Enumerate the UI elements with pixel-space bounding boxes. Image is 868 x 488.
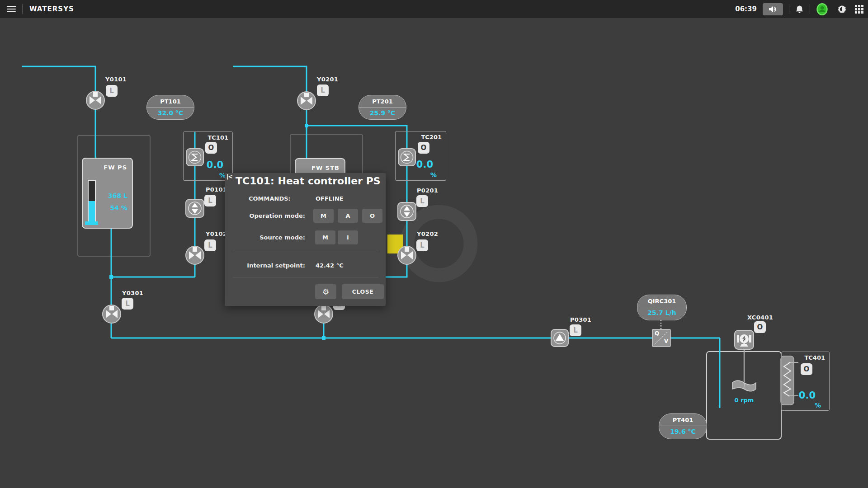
dialog-source-mode-label: Source mode: [225,234,305,241]
tc401-o-button[interactable]: O [801,363,812,375]
tc201-label: TC201 [421,134,442,141]
dialog-divider-bottom [233,277,378,277]
p0101-label: P0101 [206,186,227,193]
y0102-valve-icon[interactable] [186,246,204,264]
tc101-faceplate-dialog: |< TC101: Heat controller PS COMMANDS: O… [225,173,386,306]
y0201-l-button[interactable]: L [317,84,329,96]
gear-icon: ⚙ [322,287,329,296]
p0201-pump-icon[interactable] [398,202,416,221]
y0102-label: Y0102 [206,230,227,237]
qirc301-value: 25.7 L/h [637,307,686,319]
p0201-label: P0201 [417,187,438,194]
dialog-collapse-icon[interactable]: |< [226,174,232,180]
tc401-output-unit: % [815,402,821,409]
y0202-l-button[interactable]: L [416,239,428,251]
tc201-output-unit: % [430,171,437,178]
pt201-value: 25.9 °C [359,108,406,119]
operation-mode-m-button[interactable]: M [313,209,334,223]
theme-contrast-icon[interactable] [837,5,847,14]
tc201-output-value: 0.0 [416,159,433,170]
y0102-l-button[interactable]: L [204,239,216,251]
notifications-bell-icon[interactable] [795,5,804,14]
app-grid-icon[interactable] [855,5,863,14]
top-bar: WATERSYS 06:39 [0,0,868,18]
tc401-controller-block[interactable]: TC401 O 0.0 % [781,352,830,411]
y0101-l-button[interactable]: L [106,85,118,97]
pt201-indicator[interactable]: PT201 25.9 °C [359,95,406,120]
tc101-output-value: 0.0 [207,160,223,170]
flow-sensor-q-label: Q [655,330,659,337]
dialog-divider-top [233,251,378,251]
watersys-app: FW PS 368 L 54 % FW STB TC101 O 0.0 % TC… [0,0,868,488]
fw-ps-level-gauge [88,180,96,224]
pipe-feed-right [233,66,307,159]
operation-mode-o-button[interactable]: O [362,209,382,223]
hamburger-menu-icon[interactable] [7,6,16,12]
pt201-label: PT201 [359,95,406,108]
pt101-label: PT101 [147,95,194,108]
tc401-output-value: 0.0 [799,390,816,401]
tc201-controller-block[interactable]: TC201 O 0.0 % [395,131,446,181]
app-title: WATERSYS [29,5,74,13]
topbar-divider-left [22,4,23,14]
dialog-settings-button[interactable]: ⚙ [315,284,336,299]
xc0401-o-button[interactable]: O [754,321,766,333]
dialog-setpoint-label: Internal setpoint: [225,262,305,269]
p0301-label: P0301 [570,316,591,323]
dialog-title: TC101: Heat controller PS [236,175,381,187]
dialog-close-button[interactable]: CLOSE [342,284,384,299]
mixer-speed-value: 0 rpm [726,397,762,404]
topbar-divider-2 [810,4,810,14]
pt101-indicator[interactable]: PT101 32.0 °C [146,95,194,120]
y0301-label: Y0301 [122,290,143,296]
y0101-label: Y0101 [105,76,127,83]
pt401-value: 19.6 °C [659,426,707,437]
pt101-value: 32.0 °C [147,108,194,119]
speaker-icon [768,5,778,13]
flow-sensor-v-label: V [664,338,668,344]
y0201-label: Y0201 [317,76,338,83]
user-avatar[interactable] [816,3,828,15]
hidden-valve-icon[interactable] [315,305,333,323]
qirc301-label: QIRC301 [637,295,686,307]
y0301-l-button[interactable]: L [122,298,133,310]
xc0401-label: XC0401 [747,314,773,321]
tc101-label: TC101 [208,134,228,141]
dialog-commands-value: OFFLINE [316,195,344,202]
fw-ps-level-value: 54 % [110,204,127,211]
topbar-divider-1 [789,4,789,14]
dialog-operation-mode-label: Operation mode: [225,212,305,219]
fw-ps-volume-value: 368 L [108,192,127,199]
fw-ps-gauge-base [85,221,98,225]
fw-stb-tank-label: FW STB [311,164,340,171]
source-mode-m-button[interactable]: M [315,230,335,244]
p0301-pump-icon[interactable] [551,329,568,347]
source-mode-i-button[interactable]: I [338,230,358,244]
tc201-o-button[interactable]: O [418,142,429,154]
clock: 06:39 [735,5,757,13]
qirc301-indicator[interactable]: QIRC301 25.7 L/h [637,295,687,320]
fw-ps-level-fill [89,201,95,223]
process-diagram [0,0,868,488]
fw-ps-tank-label: FW PS [104,164,127,171]
pt401-indicator[interactable]: PT401 19.6 °C [659,413,707,439]
y0301-valve-icon[interactable] [103,305,121,323]
p0101-l-button[interactable]: L [204,195,216,206]
xc0401-motor-icon[interactable] [735,330,754,349]
p0201-l-button[interactable]: L [416,195,428,207]
tc101-o-button[interactable]: O [205,142,217,154]
y0202-label: Y0202 [417,230,438,237]
y0101-valve-icon[interactable] [86,91,104,109]
dialog-commands-label: COMMANDS: [249,195,312,202]
tc401-label: TC401 [804,354,825,361]
fw-ps-tank[interactable]: FW PS 368 L 54 % [82,158,133,229]
sound-button[interactable] [763,3,783,15]
pipe-feed-left [22,66,95,159]
pt401-label: PT401 [659,414,707,426]
y0201-valve-icon[interactable] [297,92,316,110]
p0101-pump-icon[interactable] [186,199,204,217]
dialog-setpoint-value: 42.42 °C [316,262,344,269]
operation-mode-a-button[interactable]: A [338,209,358,223]
y0202-valve-icon[interactable] [398,246,416,264]
p0301-l-button[interactable]: L [570,324,581,336]
